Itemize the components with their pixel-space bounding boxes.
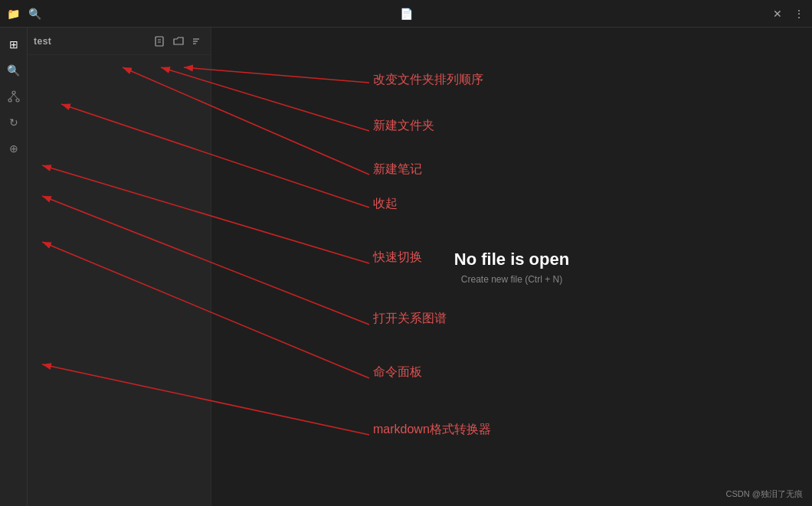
search-activity-icon[interactable]: 🔍	[3, 60, 25, 81]
title-bar-right: ✕ ⋮	[771, 7, 806, 21]
sync-activity-icon[interactable]: ↻	[3, 112, 25, 133]
svg-point-2	[16, 99, 19, 102]
sidebar-toolbar: test	[28, 28, 211, 55]
svg-line-4	[14, 94, 18, 99]
svg-point-1	[8, 99, 11, 102]
title-bar: 📁 🔍 📄 ✕ ⋮	[0, 0, 812, 28]
title-bar-center: 📄	[399, 7, 413, 21]
sidebar-folder-name: test	[34, 36, 51, 47]
new-note-icon[interactable]	[152, 34, 168, 49]
activity-bar: ⊞ 🔍 ↻ ⊕	[0, 28, 28, 506]
svg-rect-5	[156, 37, 163, 46]
sidebar-content	[28, 55, 211, 506]
create-hint: Create new file (Ctrl + N)	[461, 274, 562, 285]
main-content: No file is open Create new file (Ctrl + …	[211, 28, 812, 506]
graph-activity-icon[interactable]	[3, 86, 25, 107]
sidebar-actions	[152, 34, 205, 49]
more-options-icon[interactable]: ⋮	[792, 7, 806, 21]
svg-line-3	[10, 94, 14, 99]
no-file-label: No file is open	[454, 250, 569, 269]
svg-point-0	[12, 91, 15, 94]
new-folder-btn-icon[interactable]	[171, 34, 186, 49]
close-window-icon[interactable]: ✕	[771, 7, 784, 21]
title-bar-left: 📁 🔍	[6, 7, 41, 21]
files-activity-icon[interactable]: ⊞	[3, 34, 25, 55]
plugin-activity-icon[interactable]: ⊕	[3, 138, 25, 159]
sort-order-icon[interactable]	[189, 34, 205, 49]
file-tab-icon[interactable]: 📄	[399, 7, 413, 21]
folder-icon[interactable]: 📁	[6, 7, 20, 21]
search-title-icon[interactable]: 🔍	[28, 7, 41, 21]
main-layout: ⊞ 🔍 ↻ ⊕ test	[0, 28, 812, 506]
sidebar: test	[28, 28, 211, 506]
